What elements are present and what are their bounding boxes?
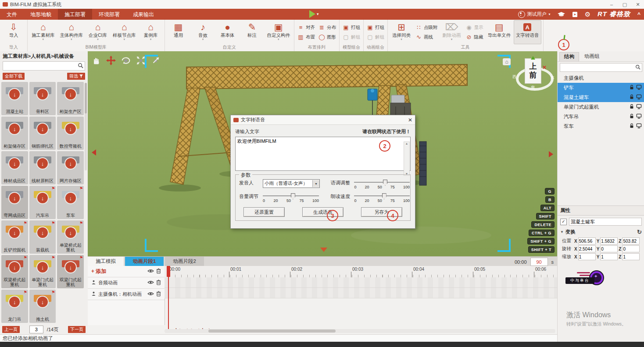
material-item-棒材成品区[interactable]: ↓棒材成品区 [1, 151, 28, 184]
menu-tab-地形地貌[interactable]: 地形地貌 [24, 9, 58, 20]
ribbon-button-隐藏[interactable]: ⊘隐藏 [466, 34, 483, 40]
orbit-tool-icon[interactable] [120, 55, 132, 66]
download-icon[interactable]: ↓ [36, 192, 49, 204]
lock-icon[interactable] [629, 104, 634, 110]
reset-button[interactable]: 还原重置 [243, 207, 285, 217]
visibility-monitor-icon[interactable] [636, 85, 642, 91]
slider-音量调节[interactable]: 0205075100 [263, 193, 319, 203]
download-icon[interactable]: ↓ [64, 261, 77, 273]
collapse-ribbon-button[interactable]: ^ [637, 11, 640, 18]
ribbon-button-导出单文件[interactable]: ▤导出单文件 [486, 20, 513, 44]
download-icon[interactable]: ↓ [36, 296, 49, 308]
ribbon-button-图形[interactable]: ◯图形 [318, 34, 336, 40]
transform-input-缩放-X[interactable] [578, 253, 596, 260]
download-icon[interactable]: ↓ [36, 227, 49, 239]
dialog-title-bar[interactable]: 文字转语音 ✕ [231, 115, 415, 125]
close-button[interactable]: ✕ [632, 2, 644, 7]
scene-item-混凝土罐车[interactable]: 混凝土罐车 [558, 92, 644, 102]
view-cube[interactable]: 上 前 [525, 58, 541, 84]
voice-select-arrow-icon[interactable]: ▼ [312, 180, 319, 187]
ribbon-button-对齐[interactable]: ≡对齐 [297, 24, 315, 31]
track-row-主摄像机：相机动画[interactable]: 主摄像机：相机动画 [88, 289, 165, 300]
page-number-input[interactable] [29, 326, 43, 333]
download-icon[interactable]: ↓ [64, 192, 77, 204]
timeline-tab-施工模拟[interactable]: 施工模拟 [88, 257, 124, 266]
download-icon[interactable]: ↓ [8, 296, 21, 308]
lock-icon[interactable] [629, 94, 634, 100]
transform-reset-icon[interactable]: ↻ [637, 229, 642, 235]
left-edge-marker[interactable] [89, 149, 96, 156]
navigation-gizmo[interactable]: ⌂ 上 前 ✕ 西 东 南 [514, 56, 552, 104]
minimize-button[interactable]: – [605, 2, 618, 7]
eye-icon[interactable] [147, 280, 154, 286]
text-to-speech-dialog[interactable]: 文字转语音 ✕ 请输入文字 请在联网状态下使用！ 欢迎使用BIMFILM ▲▼ … [230, 115, 415, 229]
download-icon[interactable]: ↓ [36, 261, 49, 273]
transform-collapse-icon[interactable]: ▼ [560, 230, 564, 234]
structure-search[interactable] [560, 63, 642, 72]
timeline-tab-动画片段2[interactable]: 动画片段2 [165, 257, 204, 266]
right-edge-marker[interactable] [549, 151, 556, 157]
tab-结构[interactable]: 结构 [559, 52, 579, 61]
transform-input-位置-Z[interactable] [622, 237, 640, 244]
trash-icon[interactable] [156, 268, 161, 275]
transform-input-旋转-X[interactable] [578, 245, 596, 252]
timeline-hscrollbar[interactable] [165, 329, 555, 333]
scene-item-泵车[interactable]: 泵车 [558, 121, 644, 131]
menu-tab-成果输出[interactable]: 成果输出 [126, 9, 161, 20]
pan-hand-icon[interactable] [90, 55, 102, 66]
ribbon-button-案例库[interactable]: ⌂案例库▾ [139, 20, 163, 44]
settings-gear-icon[interactable]: ⚙ [585, 11, 590, 18]
material-item-网片存储区[interactable]: ↓网片存储区 [57, 151, 84, 184]
ribbon-button-施工素材库[interactable]: ⌂施工素材库▾ [29, 20, 57, 44]
duration-input[interactable] [530, 258, 548, 266]
material-item-双梁桥式起重机[interactable]: ↓双梁桥式起重机⚑ [1, 255, 28, 288]
ribbon-button-布置[interactable]: ▥布置 [297, 34, 315, 40]
user-menu[interactable]: 测试用户 ▾ [518, 11, 551, 18]
slider-朗读速度[interactable]: 0205075100 [354, 193, 410, 203]
material-item-混凝土站[interactable]: ↓混凝土站 [1, 82, 28, 115]
ribbon-button-标注[interactable]: ✎标注 [240, 20, 264, 44]
search-icon[interactable] [76, 63, 85, 70]
download-icon[interactable]: ↓ [64, 88, 77, 100]
download-icon[interactable]: ↓ [36, 157, 49, 170]
ribbon-button-导入[interactable]: ⇩导入 [2, 20, 25, 44]
material-item-桁架储存区[interactable]: ↓桁架储存区 [1, 117, 28, 150]
filter-button[interactable]: 筛选 [67, 73, 85, 80]
slider-track[interactable] [354, 179, 410, 184]
ribbon-button-文字转语音[interactable]: A文字转语音 [514, 20, 541, 44]
eye-icon[interactable] [147, 269, 154, 274]
download-icon[interactable]: ↓ [8, 227, 21, 239]
trash-icon[interactable] [156, 280, 161, 286]
material-item-龙门吊[interactable]: ↓龙门吊⚑ [1, 290, 28, 323]
visibility-monitor-icon[interactable] [636, 113, 642, 120]
library-search[interactable] [3, 61, 85, 71]
ribbon-button-打组[interactable]: ▣打组 [343, 24, 360, 31]
manual-book-icon[interactable] [572, 11, 578, 18]
trash-icon[interactable] [156, 291, 161, 297]
download-icon[interactable]: ↓ [64, 227, 77, 239]
scene-item-主摄像机[interactable]: 主摄像机 [558, 73, 644, 83]
ribbon-button-音效[interactable]: ♪音效▾ [191, 20, 215, 44]
material-item-装载机[interactable]: ↓装载机⚑ [29, 220, 56, 254]
menu-tab-环境部署[interactable]: 环境部署 [92, 9, 126, 20]
slider-语调调整[interactable]: 0205075100 [354, 179, 410, 189]
timeline-ruler[interactable]: 00:0000:0100:0200:0300:0400:0500:06 [165, 266, 557, 278]
tutorial-cap-icon[interactable] [558, 11, 565, 17]
structure-search-input[interactable] [560, 64, 634, 71]
transform-input-缩放-Z[interactable] [622, 253, 640, 260]
object-enabled-checkbox[interactable]: ✓ [560, 219, 567, 225]
play-dropdown-caret[interactable]: ▾ [317, 12, 319, 16]
material-item-反铲挖掘机[interactable]: ↓反铲挖掘机⚑ [1, 220, 28, 254]
download-icon[interactable]: ↓ [64, 157, 77, 170]
ribbon-button-基本体[interactable]: ●基本体 [216, 20, 240, 44]
ribbon-button-自定义构件[interactable]: ▣自定义构件▾ [265, 20, 293, 44]
transform-input-位置-X[interactable] [578, 237, 596, 244]
track-row-音频动画[interactable]: 音频动画 [88, 277, 165, 289]
dialog-close-icon[interactable]: ✕ [408, 117, 412, 123]
transform-input-位置-Y[interactable] [600, 237, 618, 244]
download-icon[interactable]: ↓ [36, 123, 49, 135]
material-item-单梁门式起重机[interactable]: ↓单梁门式起重机⚑ [29, 255, 56, 288]
download-icon[interactable]: ↓ [8, 88, 21, 100]
move-tool-icon[interactable] [105, 55, 117, 66]
bottom-center-marker[interactable] [320, 248, 327, 255]
